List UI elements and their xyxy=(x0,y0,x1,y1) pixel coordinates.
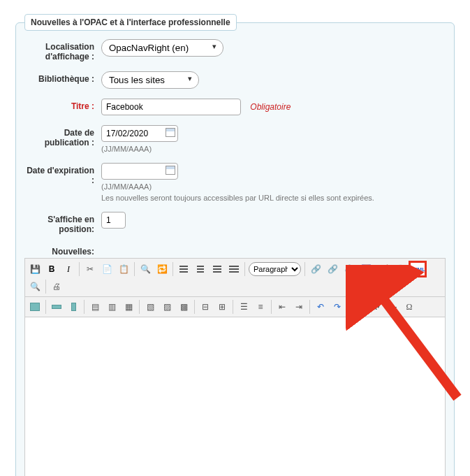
separator xyxy=(304,262,305,276)
outdent-button[interactable]: ⇤ xyxy=(274,299,290,315)
library-select[interactable]: Tous les sites xyxy=(101,71,199,89)
number-list-button[interactable]: ≡ xyxy=(253,299,268,315)
separator xyxy=(233,300,233,314)
location-select[interactable]: OpacNavRight (en) xyxy=(101,39,223,57)
merge-cell-button[interactable]: ⊞ xyxy=(214,299,230,315)
separator xyxy=(271,300,272,314)
label-title: Titre : xyxy=(24,99,101,111)
remove-format-button[interactable]: X▾ xyxy=(368,299,383,315)
separator xyxy=(309,300,310,314)
title-input[interactable] xyxy=(101,99,241,115)
italic-button[interactable]: I xyxy=(61,261,76,277)
row-delete-button[interactable]: ▦ xyxy=(121,299,136,315)
cleanup-button[interactable]: 🧹 xyxy=(375,261,390,277)
separator xyxy=(244,262,245,276)
cut-button[interactable]: ✂ xyxy=(82,261,98,277)
unlink-button[interactable]: 🔗 xyxy=(325,261,340,277)
pubdate-input[interactable] xyxy=(101,125,178,142)
row-after-button[interactable]: ▥ xyxy=(104,299,119,315)
table-insert-button[interactable] xyxy=(27,299,43,315)
link-button[interactable]: 🔗 xyxy=(308,261,323,277)
label-news: Nouvelles: xyxy=(24,244,101,257)
separator xyxy=(194,300,195,314)
col-before-button[interactable]: ▧ xyxy=(142,299,158,315)
rich-text-editor: 💾 B I ✂ 📄 📋 🔍 🔁 Paragraph xyxy=(24,258,446,476)
editor-content-area[interactable] xyxy=(25,317,445,476)
find-button[interactable]: 🔍 xyxy=(138,261,153,277)
col-delete-button[interactable]: ▩ xyxy=(176,299,191,315)
special-char-button[interactable]: Ω xyxy=(402,299,417,315)
paste-button[interactable]: 📋 xyxy=(116,261,131,277)
insert-date-button[interactable]: 📅 xyxy=(351,299,367,315)
separator xyxy=(45,300,46,314)
row-props-button[interactable] xyxy=(49,299,64,315)
help-button[interactable]: ❔ xyxy=(392,261,407,277)
bold-button[interactable]: B xyxy=(44,261,59,277)
align-justify-button[interactable] xyxy=(226,261,242,277)
print-button[interactable]: 🖨 xyxy=(49,279,64,294)
label-position: S'affiche en position: xyxy=(24,212,101,234)
separator xyxy=(348,300,348,314)
indent-button[interactable]: ⇥ xyxy=(291,299,307,315)
expdate-hint-note: Les nouvelles seront toujours accessible… xyxy=(101,194,446,202)
cell-props-button[interactable] xyxy=(66,299,81,315)
separator xyxy=(134,262,135,276)
fieldset-legend: Nouvelles à l'OPAC et à l'interface prof… xyxy=(24,14,237,31)
html-source-button[interactable]: HTML xyxy=(409,261,427,277)
separator xyxy=(79,262,80,276)
label-location: Localisation d'affichage : xyxy=(24,39,101,62)
paragraph-select[interactable]: Paragraph xyxy=(249,262,301,276)
replace-button[interactable]: 🔁 xyxy=(154,261,170,277)
image-button[interactable]: 🌄 xyxy=(358,261,374,277)
redo-button[interactable]: ↷ xyxy=(330,299,345,315)
position-input[interactable] xyxy=(101,212,126,229)
required-hint: Obligatoire xyxy=(250,102,291,112)
save-icon[interactable]: 💾 xyxy=(27,261,43,277)
separator xyxy=(139,300,140,314)
anchor-button[interactable]: ⚓ xyxy=(342,261,357,277)
label-expdate: Date d'expiration : xyxy=(24,163,101,185)
separator xyxy=(45,280,46,294)
label-library: Bibliothèque : xyxy=(24,71,101,84)
pubdate-hint: (JJ/MM/AAAA) xyxy=(101,145,446,153)
separator xyxy=(84,300,85,314)
copy-button[interactable]: 📄 xyxy=(99,261,115,277)
preview-button[interactable]: 🔍 xyxy=(27,279,43,294)
align-left-button[interactable] xyxy=(176,261,191,277)
expdate-input[interactable] xyxy=(101,163,178,180)
subscript-button[interactable]: — xyxy=(385,299,400,315)
row-before-button[interactable]: ▤ xyxy=(87,299,103,315)
label-pubdate: Date de publication : xyxy=(24,125,101,147)
align-center-button[interactable] xyxy=(193,261,208,277)
align-right-button[interactable] xyxy=(210,261,225,277)
col-after-button[interactable]: ▨ xyxy=(159,299,175,315)
bullet-list-button[interactable]: ☰ xyxy=(236,299,251,315)
split-cell-button[interactable]: ⊟ xyxy=(198,299,213,315)
expdate-hint-fmt: (JJ/MM/AAAA) xyxy=(101,182,446,191)
undo-button[interactable]: ↶ xyxy=(313,299,328,315)
separator xyxy=(172,262,173,276)
